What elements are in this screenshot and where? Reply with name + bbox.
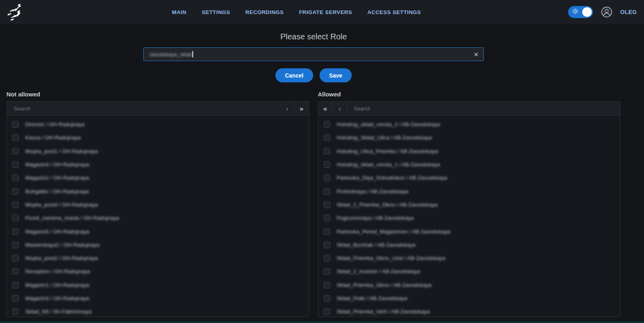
nav-link[interactable]: ACCESS SETTINGS xyxy=(367,9,421,15)
checkbox[interactable] xyxy=(324,121,330,128)
role-dialog: Please select Role zavodskaya_sklad ✕ Ca… xyxy=(0,32,627,82)
checkbox[interactable] xyxy=(324,241,330,248)
checkbox[interactable] xyxy=(324,134,330,141)
list-item[interactable]: Magazin5 / OH-Radujnaya xyxy=(7,225,309,238)
toggle-knob[interactable] xyxy=(582,7,592,17)
list-item[interactable]: Holodnyj_sklad_vorota_1 / AB-Zavodskaya xyxy=(318,158,620,171)
checkbox[interactable] xyxy=(12,295,19,302)
clear-input-icon[interactable]: ✕ xyxy=(473,51,479,57)
camera-label: Holodnyj_sklad_vorota_1 / AB-Zavodskaya xyxy=(337,162,440,168)
move-selected-left-icon[interactable]: ‹ xyxy=(333,102,347,115)
checkbox[interactable] xyxy=(12,241,19,248)
camera-label: Moyka_post4 / OH-Radujnaya xyxy=(25,202,98,208)
list-item[interactable]: Magazin3 / OH-Radujnaya xyxy=(7,292,309,305)
camera-label: Holodnyj_Ulica_Priemka / AB-Zavodskaya xyxy=(337,148,438,154)
list-item[interactable]: Moyka_post1 / OH-Radujnaya xyxy=(7,145,309,158)
role-name-input[interactable]: zavodskaya_sklad ✕ xyxy=(143,47,484,61)
cancel-button[interactable]: Cancel xyxy=(275,68,313,82)
camera-label: Prohodnaya / AB-Zavodskaya xyxy=(337,188,409,194)
list-item[interactable]: Sklad_Priemka_Verh / AB-Zavodskaya xyxy=(318,305,620,317)
list-item[interactable]: Director / OH-Radujnaya xyxy=(7,118,309,131)
list-item[interactable]: Magazin1 / OH-Radujnaya xyxy=(7,278,309,292)
checkbox[interactable] xyxy=(324,282,330,288)
camera-label: Sklad_Priemka_Okno_Uzel / AB-Zavodskaya xyxy=(337,255,446,261)
checkbox[interactable] xyxy=(12,215,19,221)
not-allowed-box: › » Director / OH-Radujnaya Kassa / OH-R… xyxy=(6,101,309,317)
move-all-right-icon[interactable]: » xyxy=(294,102,309,115)
checkbox[interactable] xyxy=(12,148,19,155)
move-all-left-icon[interactable]: « xyxy=(318,102,333,115)
camera-label: Masterskaya2 / OH-Radujnaya xyxy=(25,242,100,248)
list-item[interactable]: Sklad_2_Invertor / AB-Zavodskaya xyxy=(318,265,620,278)
list-item[interactable]: Moyka_post2 / OH-Radujnaya xyxy=(7,251,309,265)
checkbox[interactable] xyxy=(324,215,330,221)
main-nav: MAIN SETTINGS RECORDINGS FRIGATE SERVERS… xyxy=(25,9,568,15)
list-item[interactable]: Sklad_N5 / Sh-Fabrichnaya xyxy=(7,305,309,317)
move-selected-right-icon[interactable]: › xyxy=(280,102,294,115)
checkbox[interactable] xyxy=(324,268,330,275)
text-caret xyxy=(192,51,193,57)
checkbox[interactable] xyxy=(324,201,330,208)
list-item[interactable]: Sklad_Priemka_Okno_Uzel / AB-Zavodskaya xyxy=(318,251,620,265)
list-item[interactable]: Holodnyj_Ulica_Priemka / AB-Zavodskaya xyxy=(318,145,620,158)
user-avatar-icon[interactable] xyxy=(600,6,613,18)
not-allowed-search-input[interactable] xyxy=(7,102,280,115)
username[interactable]: OLEG xyxy=(620,9,637,15)
list-item[interactable]: Post4_zamena_masla / OH-Radujnaya xyxy=(7,211,309,225)
allowed-search-input[interactable] xyxy=(347,102,620,115)
camera-label: Sklad_2_Invertor / AB-Zavodskaya xyxy=(337,268,420,274)
checkbox[interactable] xyxy=(324,188,330,195)
list-item[interactable]: Sklad_Priemka_Okno / AB-Zavodskaya xyxy=(318,278,620,292)
list-item[interactable]: Moyka_post4 / OH-Radujnaya xyxy=(7,198,309,211)
list-item[interactable]: Pogruzovnaya / AB-Zavodskaya xyxy=(318,211,620,225)
checkbox[interactable] xyxy=(324,308,330,315)
allowed-toolbar: « ‹ xyxy=(318,102,620,116)
nav-link[interactable]: SETTINGS xyxy=(202,9,230,15)
nav-link[interactable]: MAIN xyxy=(172,9,186,15)
camera-label: Sklad_N5 / Sh-Fabrichnaya xyxy=(25,309,92,315)
checkbox[interactable] xyxy=(324,228,330,235)
nav-link[interactable]: RECORDINGS xyxy=(245,9,284,15)
list-item[interactable]: Magazin4 / OH-Radujnaya xyxy=(7,158,309,171)
checkbox[interactable] xyxy=(12,268,19,275)
camera-label: Parkovka_Dlya_Sotrudnikov / AB-Zavodskay… xyxy=(337,175,447,181)
allowed-title: Allowed xyxy=(318,91,621,98)
list-item[interactable]: Prohodnaya / AB-Zavodskaya xyxy=(318,184,620,198)
list-item[interactable]: Holodnyj_Sklad_Ulica / AB-Zavodskaya xyxy=(318,131,620,144)
list-item[interactable]: Masterskaya2 / OH-Radujnaya xyxy=(7,238,309,251)
checkbox[interactable] xyxy=(12,255,19,262)
theme-toggle[interactable] xyxy=(568,6,593,18)
list-item[interactable]: Kassa / OH-Radujnaya xyxy=(7,131,309,144)
camera-label: Reception / OH-Radujnaya xyxy=(25,268,90,274)
checkbox[interactable] xyxy=(324,174,330,181)
page-title: Please select Role xyxy=(0,32,627,41)
list-item[interactable]: Reception / OH-Radujnaya xyxy=(7,265,309,278)
list-item[interactable]: Parkovka_Dlya_Sotrudnikov / AB-Zavodskay… xyxy=(318,171,620,184)
nav-link[interactable]: FRIGATE SERVERS xyxy=(299,9,352,15)
checkbox[interactable] xyxy=(12,121,19,128)
checkbox[interactable] xyxy=(12,188,19,195)
checkbox[interactable] xyxy=(324,161,330,168)
list-item[interactable]: Parkovka_Pered_Magazinom / AB-Zavodskaya xyxy=(318,225,620,238)
list-item[interactable]: Sklad_Polki / AB-Zavodskaya xyxy=(318,292,620,305)
frigate-birds-logo-icon[interactable] xyxy=(7,4,25,20)
checkbox[interactable] xyxy=(12,161,19,168)
checkbox[interactable] xyxy=(12,308,19,315)
list-item[interactable]: Buhgalter / OH-Radujnaya xyxy=(7,184,309,198)
list-item[interactable]: Sklad_Burzhak / AB-Zavodskaya xyxy=(318,238,620,251)
checkbox[interactable] xyxy=(12,201,19,208)
navbar-right: OLEG xyxy=(568,6,637,18)
camera-label: Director / OH-Radujnaya xyxy=(25,121,85,127)
list-item[interactable]: Holodnyj_sklad_vorota_2 / AB-Zavodskaya xyxy=(318,118,620,131)
checkbox[interactable] xyxy=(324,148,330,155)
checkbox[interactable] xyxy=(12,174,19,181)
checkbox[interactable] xyxy=(12,282,19,288)
role-name-value: zavodskaya_sklad xyxy=(149,51,192,57)
checkbox[interactable] xyxy=(324,255,330,262)
checkbox[interactable] xyxy=(12,134,19,141)
list-item[interactable]: Magazin2 / OH-Radujnaya xyxy=(7,171,309,184)
checkbox[interactable] xyxy=(12,228,19,235)
checkbox[interactable] xyxy=(324,295,330,302)
list-item[interactable]: Sklad_2_Priemka_Okno / AB-Zavodskaya xyxy=(318,198,620,211)
save-button[interactable]: Save xyxy=(320,68,352,82)
